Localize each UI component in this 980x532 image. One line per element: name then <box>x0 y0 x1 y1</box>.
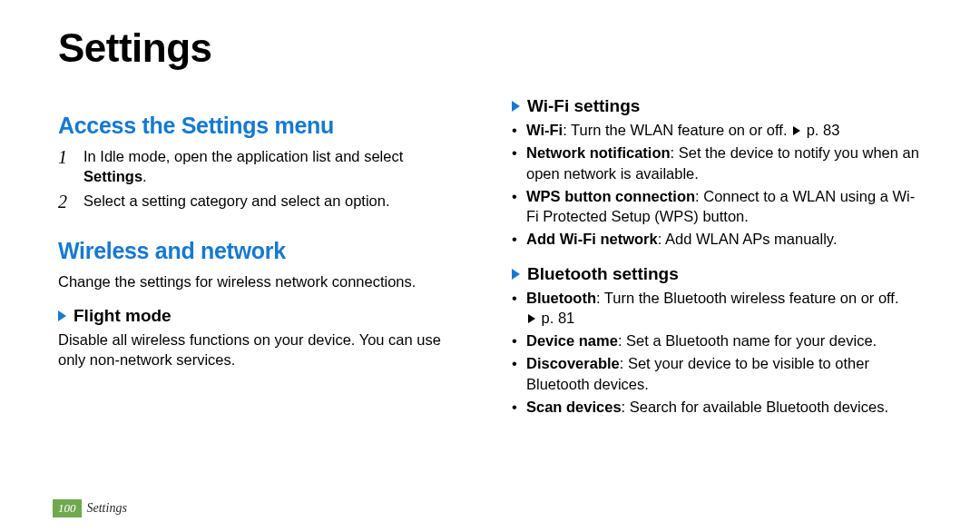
chevron-right-icon <box>512 101 520 112</box>
step-number: 2 <box>58 191 83 212</box>
chevron-right-icon <box>58 310 66 321</box>
subheading-label: Bluetooth settings <box>527 264 679 284</box>
page-ref: p. 83 <box>807 122 840 138</box>
subheading-wifi-settings: Wi-Fi settings <box>512 96 922 116</box>
subheading-bluetooth-settings: Bluetooth settings <box>512 264 922 284</box>
list-item: WPS button connection: Connect to a WLAN… <box>512 186 922 227</box>
step-text-pre: Select a setting category and select an … <box>83 192 390 209</box>
wifi-bullet-list: Wi-Fi: Turn the WLAN feature on or off. … <box>512 120 922 250</box>
subheading-label: Wi-Fi settings <box>527 96 640 116</box>
left-column: Access the Settings menu 1 In Idle mode,… <box>58 96 468 419</box>
step-item: 1 In Idle mode, open the application lis… <box>58 146 468 187</box>
item-term: Network notification <box>526 144 671 161</box>
step-text-post: . <box>142 168 147 184</box>
page-title: Settings <box>58 25 922 71</box>
page-ref: p. 81 <box>542 310 575 326</box>
list-item: Bluetooth: Turn the Bluetooth wireless f… <box>512 288 922 329</box>
step-text-bold: Settings <box>83 168 142 184</box>
steps-list: 1 In Idle mode, open the application lis… <box>58 146 468 212</box>
flight-mode-text: Disable all wireless functions on your d… <box>58 330 468 370</box>
item-term: Scan devices <box>526 399 622 415</box>
item-desc: : Turn the Bluetooth wireless feature on… <box>596 290 899 306</box>
item-desc: : Turn the WLAN feature on or off. <box>563 122 791 138</box>
item-term: Add Wi-Fi network <box>526 231 658 247</box>
item-term: Device name <box>526 332 618 349</box>
list-item: Wi-Fi: Turn the WLAN feature on or off. … <box>512 120 922 140</box>
wireless-intro-text: Change the settings for wireless network… <box>58 271 468 291</box>
step-item: 2 Select a setting category and select a… <box>58 191 468 212</box>
item-term: WPS button connection <box>526 188 695 204</box>
step-text-pre: In Idle mode, open the application list … <box>83 148 403 164</box>
item-desc: : Set a Bluetooth name for your device. <box>618 332 877 349</box>
list-item: Discoverable: Set your device to be visi… <box>512 353 922 394</box>
page-footer: 100 Settings <box>53 499 127 517</box>
item-desc: : Search for available Bluetooth devices… <box>622 399 888 415</box>
two-column-layout: Access the Settings menu 1 In Idle mode,… <box>58 96 922 419</box>
item-term: Bluetooth <box>526 290 596 306</box>
item-term: Discoverable <box>526 355 620 371</box>
step-text: In Idle mode, open the application list … <box>83 146 468 187</box>
subheading-flight-mode: Flight mode <box>58 306 468 326</box>
item-term: Wi-Fi <box>526 122 563 138</box>
heading-wireless-network: Wireless and network <box>58 238 468 264</box>
page-number-badge: 100 <box>53 499 82 517</box>
subheading-label: Flight mode <box>74 306 172 326</box>
manual-page: Settings Access the Settings menu 1 In I… <box>0 0 980 532</box>
item-desc: : Add WLAN APs manually. <box>658 231 838 247</box>
list-item: Device name: Set a Bluetooth name for yo… <box>512 330 922 350</box>
right-column: Wi-Fi settings Wi-Fi: Turn the WLAN feat… <box>512 96 922 419</box>
list-item: Add Wi-Fi network: Add WLAN APs manually… <box>512 229 922 249</box>
list-item: Network notification: Set the device to … <box>512 143 922 183</box>
list-item: Scan devices: Search for available Bluet… <box>512 397 922 417</box>
step-number: 1 <box>58 146 83 187</box>
footer-section-label: Settings <box>87 501 127 516</box>
heading-access-settings: Access the Settings menu <box>58 113 468 139</box>
play-triangle-icon <box>793 126 800 135</box>
play-triangle-icon <box>528 314 535 323</box>
step-text: Select a setting category and select an … <box>83 191 390 212</box>
bluetooth-bullet-list: Bluetooth: Turn the Bluetooth wireless f… <box>512 288 922 418</box>
chevron-right-icon <box>512 269 520 280</box>
